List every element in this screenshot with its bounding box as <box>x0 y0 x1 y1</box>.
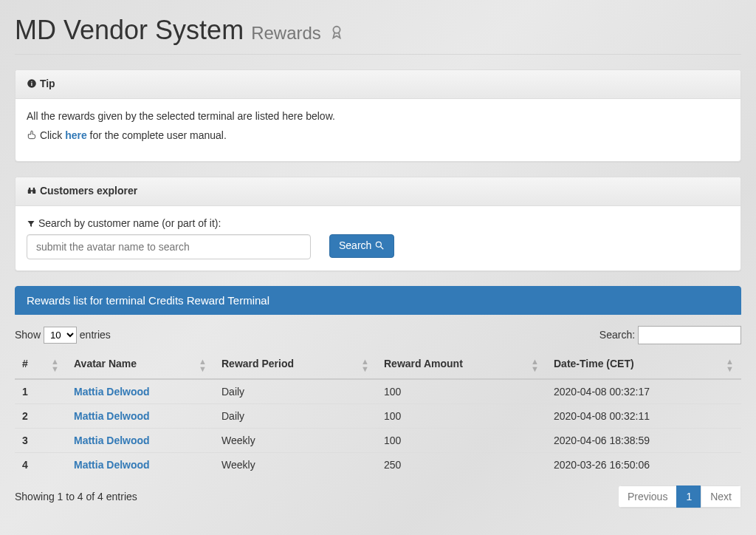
table-row: 4 Mattia Delwood Weekly 250 2020-03-26 1… <box>15 453 741 477</box>
show-prefix: Show <box>15 329 41 341</box>
tip-click-prefix: Click <box>40 129 65 141</box>
tip-title: Tip <box>40 78 55 89</box>
table-search: Search: <box>599 326 741 344</box>
svg-rect-4 <box>32 189 35 194</box>
hand-point-icon <box>27 130 37 143</box>
cell-amount: 100 <box>377 404 546 429</box>
cell-period: Daily <box>214 404 377 429</box>
sort-icon: ▲▼ <box>361 358 369 372</box>
info-icon: i <box>27 78 37 91</box>
binoculars-icon <box>27 185 37 198</box>
sort-icon: ▲▼ <box>531 358 539 372</box>
search-button[interactable]: Search <box>329 234 394 258</box>
search-label-text: Search by customer name (or part of it): <box>38 217 221 229</box>
app-name: MD Vendor System <box>15 15 244 45</box>
page-size-select[interactable]: 10 <box>44 327 77 344</box>
table-row: 1 Mattia Delwood Daily 100 2020-04-08 00… <box>15 379 741 404</box>
search-button-label: Search <box>339 239 371 251</box>
cell-period: Daily <box>214 379 377 404</box>
rewards-list-header: Rewards list for terminal Credits Reward… <box>15 286 741 315</box>
length-control: Show 10 entries <box>15 327 111 344</box>
page-number[interactable]: 1 <box>676 485 701 508</box>
cell-index: 4 <box>15 453 66 477</box>
sort-icon: ▲▼ <box>51 358 59 372</box>
rewards-table: #▲▼ Avatar Name▲▼ Reward Period▲▼ Reward… <box>15 352 741 477</box>
pagination: Previous 1 Next <box>619 485 741 508</box>
explorer-title: Customers explorer <box>40 185 137 197</box>
page-prev[interactable]: Previous <box>619 485 677 508</box>
sort-icon: ▲▼ <box>199 358 207 372</box>
table-footer: Showing 1 to 4 of 4 entries Previous 1 N… <box>15 485 741 508</box>
cell-datetime: 2020-04-08 00:32:11 <box>546 404 741 429</box>
search-row: Search <box>27 234 729 259</box>
tip-text-2: Click here for the complete user manual. <box>27 129 729 143</box>
page-title: MD Vendor System Rewards <box>15 15 741 47</box>
tip-text-1: All the rewards given by the selected te… <box>27 110 729 122</box>
page-header: MD Vendor System Rewards <box>15 15 741 55</box>
col-period[interactable]: Reward Period▲▼ <box>214 352 377 379</box>
page-next[interactable]: Next <box>701 485 741 508</box>
search-label: Search by customer name (or part of it): <box>27 217 729 231</box>
svg-rect-3 <box>28 189 31 194</box>
svg-line-9 <box>381 247 384 250</box>
explorer-body: Search by customer name (or part of it):… <box>16 206 740 270</box>
cell-amount: 100 <box>377 429 546 453</box>
avatar-link[interactable]: Mattia Delwood <box>74 435 150 446</box>
svg-rect-7 <box>33 188 35 190</box>
show-suffix: entries <box>80 329 111 341</box>
award-icon <box>329 16 345 47</box>
avatar-link[interactable]: Mattia Delwood <box>74 386 150 398</box>
col-avatar[interactable]: Avatar Name▲▼ <box>66 352 214 379</box>
manual-link[interactable]: here <box>65 129 87 141</box>
svg-rect-5 <box>30 190 33 191</box>
cell-datetime: 2020-03-26 16:50:06 <box>546 453 741 477</box>
section-name: Rewards <box>251 23 321 43</box>
filter-icon <box>27 219 35 231</box>
cell-datetime: 2020-04-08 00:32:17 <box>546 379 741 404</box>
sort-icon: ▲▼ <box>726 358 734 372</box>
svg-point-0 <box>333 27 340 33</box>
cell-period: Weekly <box>214 429 377 453</box>
col-datetime[interactable]: Date-Time (CET)▲▼ <box>546 352 741 379</box>
cell-amount: 100 <box>377 379 546 404</box>
table-search-input[interactable] <box>638 326 741 344</box>
avatar-link[interactable]: Mattia Delwood <box>74 410 150 422</box>
cell-index: 2 <box>15 404 66 429</box>
cell-datetime: 2020-04-06 18:38:59 <box>546 429 741 453</box>
cell-period: Weekly <box>214 453 377 477</box>
svg-rect-6 <box>29 188 30 190</box>
table-row: 2 Mattia Delwood Daily 100 2020-04-08 00… <box>15 404 741 429</box>
tip-click-suffix: for the complete user manual. <box>87 129 227 141</box>
col-amount[interactable]: Reward Amount▲▼ <box>377 352 546 379</box>
table-row: 3 Mattia Delwood Weekly 100 2020-04-06 1… <box>15 429 741 453</box>
avatar-link[interactable]: Mattia Delwood <box>74 459 150 471</box>
col-index[interactable]: #▲▼ <box>15 352 66 379</box>
cell-amount: 250 <box>377 453 546 477</box>
search-icon <box>374 240 385 253</box>
explorer-heading: Customers explorer <box>16 177 740 206</box>
customer-search-input[interactable] <box>27 234 311 259</box>
cell-index: 3 <box>15 429 66 453</box>
table-controls: Show 10 entries Search: <box>15 326 741 344</box>
tip-panel: i Tip All the rewards given by the selec… <box>15 69 741 162</box>
table-info: Showing 1 to 4 of 4 entries <box>15 491 137 502</box>
tip-body: All the rewards given by the selected te… <box>16 99 740 161</box>
cell-index: 1 <box>15 379 66 404</box>
table-search-label: Search: <box>599 329 635 341</box>
explorer-panel: Customers explorer Search by customer na… <box>15 177 741 271</box>
svg-point-8 <box>377 242 382 247</box>
tip-panel-heading: i Tip <box>16 70 740 99</box>
